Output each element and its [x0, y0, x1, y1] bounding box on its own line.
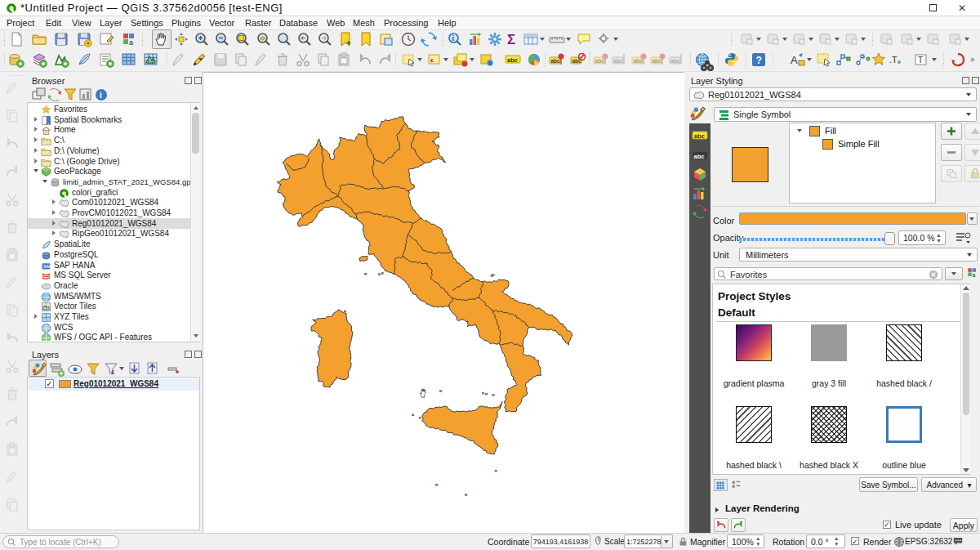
svg-text:abc: abc [633, 58, 643, 64]
svg-text:ε: ε [111, 368, 115, 376]
svg-text:?: ? [756, 55, 762, 66]
svg-text:abc: abc [652, 58, 662, 64]
svg-text:abc: abc [671, 58, 681, 64]
svg-text:T: T [918, 56, 923, 65]
svg-text:.T: .T [889, 55, 898, 65]
svg-text:a: a [973, 272, 976, 278]
svg-text:i: i [100, 91, 102, 100]
svg-text:abc: abc [507, 56, 518, 64]
svg-text:SAP: SAP [43, 264, 51, 268]
svg-text:abc: abc [694, 153, 705, 160]
svg-text:abc: abc [551, 58, 561, 64]
svg-text:Σ: Σ [507, 32, 515, 47]
svg-text:ε: ε [430, 56, 434, 64]
svg-text:abc: abc [614, 58, 624, 64]
svg-text:i: i [452, 34, 455, 42]
svg-text:A: A [791, 54, 798, 66]
svg-text:a: a [129, 38, 133, 47]
svg-text:abc: abc [595, 58, 605, 64]
svg-text:abc: abc [694, 132, 705, 140]
